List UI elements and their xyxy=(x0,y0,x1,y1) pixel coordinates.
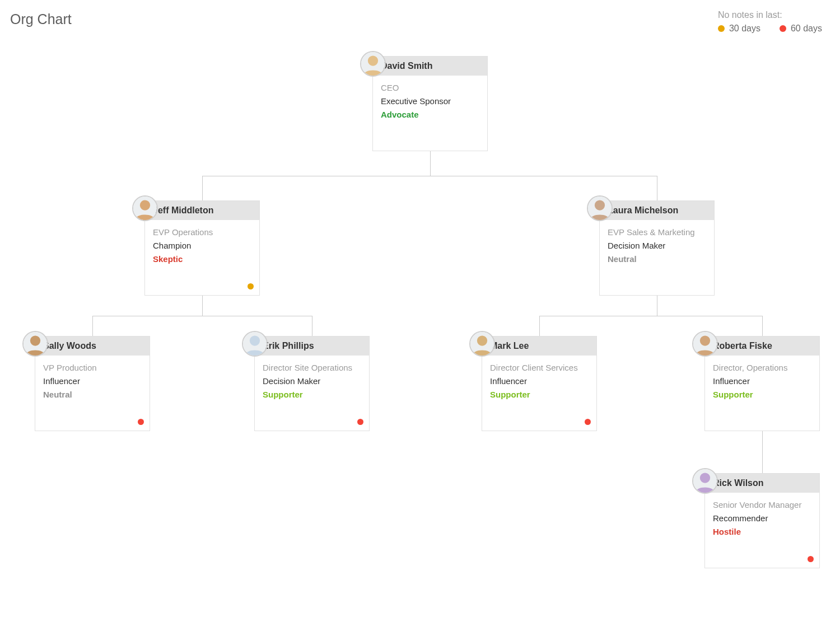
svg-point-13 xyxy=(700,335,710,345)
person-body: EVP OperationsChampionSkeptic xyxy=(145,220,259,266)
page-title: Org Chart xyxy=(10,11,72,27)
svg-point-15 xyxy=(700,473,710,483)
avatar xyxy=(469,331,495,357)
person-title: Director Client Services xyxy=(490,361,589,375)
person-title: VP Production xyxy=(43,361,142,375)
person-name: Mark Lee xyxy=(482,336,596,356)
connector-line xyxy=(539,316,762,316)
person-role: Decision Maker xyxy=(608,239,706,253)
connector-line xyxy=(762,452,763,473)
svg-point-1 xyxy=(368,55,378,66)
person-name: Roberta Fiske xyxy=(705,336,819,356)
connector-line xyxy=(430,151,431,176)
legend-title: No notes in last: xyxy=(718,10,822,20)
connector-line xyxy=(202,176,203,200)
avatar xyxy=(132,195,158,221)
person-sentiment: Hostile xyxy=(713,525,811,539)
person-title: Senior Vendor Manager xyxy=(713,498,811,512)
person-sentiment: Neutral xyxy=(43,388,142,401)
connector-line xyxy=(762,316,763,336)
person-body: Director Client ServicesInfluencerSuppor… xyxy=(482,356,596,401)
connector-line xyxy=(657,296,657,316)
svg-point-3 xyxy=(140,200,150,210)
avatar xyxy=(692,468,718,494)
person-sentiment: Advocate xyxy=(381,108,479,121)
person-sentiment: Supporter xyxy=(263,388,361,401)
person-role: Executive Sponsor xyxy=(381,95,479,108)
person-card-rick[interactable]: Rick WilsonSenior Vendor ManagerRecommen… xyxy=(704,473,820,568)
person-card-laura[interactable]: Laura MichelsonEVP Sales & MarketingDeci… xyxy=(599,200,715,296)
connector-line xyxy=(657,176,657,200)
person-sentiment: Supporter xyxy=(490,388,589,401)
person-role: Decision Maker xyxy=(263,375,361,388)
legend-60-label: 60 days xyxy=(791,24,822,34)
person-title: CEO xyxy=(381,81,479,95)
person-role: Champion xyxy=(153,239,251,253)
person-title: Director Site Operations xyxy=(263,361,361,375)
person-body: CEOExecutive SponsorAdvocate xyxy=(373,76,487,121)
connector-line xyxy=(762,431,763,452)
svg-point-9 xyxy=(250,335,260,345)
status-dot-icon xyxy=(138,419,144,425)
person-card-jeff[interactable]: Jeff MiddletonEVP OperationsChampionSkep… xyxy=(144,200,260,296)
status-dot-icon xyxy=(357,419,363,425)
person-card-erik[interactable]: Erik PhillipsDirector Site OperationsDec… xyxy=(254,336,370,431)
person-card-mark[interactable]: Mark LeeDirector Client ServicesInfluenc… xyxy=(482,336,597,431)
status-dot-icon xyxy=(585,419,591,425)
person-name: Jeff Middleton xyxy=(145,201,259,220)
connector-line xyxy=(92,316,93,336)
person-role: Influencer xyxy=(43,375,142,388)
avatar xyxy=(242,331,268,357)
connector-line xyxy=(539,316,540,336)
person-role: Influencer xyxy=(490,375,589,388)
legend-30-label: 30 days xyxy=(729,24,760,34)
person-sentiment: Supporter xyxy=(713,388,811,401)
person-body: Director, OperationsInfluencerSupporter xyxy=(705,356,819,401)
person-body: Senior Vendor ManagerRecommenderHostile xyxy=(705,493,819,539)
avatar xyxy=(692,331,718,357)
legend-row: 30 days 60 days xyxy=(718,24,822,34)
person-name: Erik Phillips xyxy=(255,336,369,356)
person-card-david[interactable]: David SmithCEOExecutive SponsorAdvocate xyxy=(372,56,488,151)
person-sentiment: Neutral xyxy=(608,253,706,266)
person-role: Recommender xyxy=(713,512,811,525)
legend-dot-60-icon xyxy=(780,25,786,32)
connector-line xyxy=(202,296,203,316)
avatar xyxy=(360,51,386,77)
person-body: EVP Sales & MarketingDecision MakerNeutr… xyxy=(600,220,714,266)
avatar xyxy=(22,331,48,357)
person-title: EVP Operations xyxy=(153,226,251,239)
connector-line xyxy=(92,316,312,316)
svg-point-5 xyxy=(595,200,605,210)
status-dot-icon xyxy=(248,283,254,289)
legend: No notes in last: 30 days 60 days xyxy=(718,10,822,34)
connector-line xyxy=(202,176,657,176)
person-name: Laura Michelson xyxy=(600,201,714,220)
avatar xyxy=(587,195,613,221)
person-name: David Smith xyxy=(373,57,487,76)
person-role: Influencer xyxy=(713,375,811,388)
person-card-roberta[interactable]: Roberta FiskeDirector, OperationsInfluen… xyxy=(704,336,820,431)
person-title: EVP Sales & Marketing xyxy=(608,226,706,239)
status-dot-icon xyxy=(808,556,814,562)
person-name: Sally Woods xyxy=(35,336,150,356)
person-card-sally[interactable]: Sally WoodsVP ProductionInfluencerNeutra… xyxy=(35,336,150,431)
person-name: Rick Wilson xyxy=(705,474,819,493)
svg-point-7 xyxy=(30,335,40,345)
svg-point-11 xyxy=(477,335,487,345)
connector-line xyxy=(312,316,312,336)
person-sentiment: Skeptic xyxy=(153,253,251,266)
person-title: Director, Operations xyxy=(713,361,811,375)
person-body: VP ProductionInfluencerNeutral xyxy=(35,356,150,401)
person-body: Director Site OperationsDecision MakerSu… xyxy=(255,356,369,401)
legend-dot-30-icon xyxy=(718,25,725,32)
